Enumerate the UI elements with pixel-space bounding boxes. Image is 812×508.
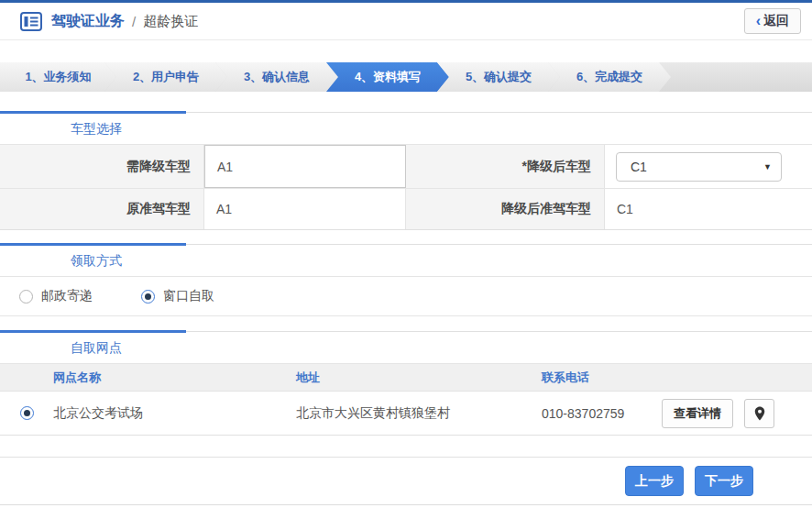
outlet-table-row: 北京公交考试场 北京市大兴区黄村镇狼堡村 010-83702759 查看详情 bbox=[0, 392, 812, 436]
radio-postal-delivery-label[interactable]: 邮政寄递 bbox=[41, 288, 93, 304]
outlet-address: 北京市大兴区黄村镇狼堡村 bbox=[289, 405, 534, 422]
page-bottom-divider bbox=[0, 504, 812, 505]
outlet-phone: 010-83702759 bbox=[534, 406, 649, 421]
section-title-vehicle-type: 车型选择 bbox=[0, 113, 812, 145]
page-title: 驾驶证业务 bbox=[51, 12, 125, 31]
back-button[interactable]: ‹ 返回 bbox=[744, 8, 801, 34]
column-header-phone: 联系电话 bbox=[534, 370, 649, 386]
section-pickup-method: 领取方式 邮政寄递 窗口自取 bbox=[0, 244, 812, 316]
after-downgrade-label: *降级后车型 bbox=[406, 145, 605, 188]
outlet-row-radio[interactable] bbox=[20, 406, 34, 420]
map-pin-icon bbox=[754, 406, 765, 421]
footer-nav: 上一步 下一步 bbox=[0, 457, 812, 504]
step-tab-4-active[interactable]: 4、资料填写 bbox=[326, 62, 449, 92]
column-header-name: 网点名称 bbox=[46, 370, 289, 386]
section-title-pickup-method: 领取方式 bbox=[0, 245, 812, 277]
back-button-label: 返回 bbox=[763, 13, 789, 29]
view-details-button[interactable]: 查看详情 bbox=[662, 399, 733, 428]
map-pin-button[interactable] bbox=[744, 399, 774, 428]
original-permit-label: 原准驾车型 bbox=[0, 189, 204, 229]
step-tab-3[interactable]: 3、确认信息 bbox=[215, 62, 338, 92]
original-permit-value: A1 bbox=[204, 189, 406, 229]
step-tab-6[interactable]: 6、完成提交 bbox=[548, 62, 671, 92]
vehicle-form-row-1: 需降级车型 A1 *降级后车型 C1 ▼ bbox=[0, 145, 812, 188]
section-pickup-outlets: 自取网点 网点名称 地址 联系电话 北京公交考试场 北京市大兴区黄村镇狼堡村 0… bbox=[0, 331, 812, 436]
previous-step-button[interactable]: 上一步 bbox=[625, 466, 684, 496]
next-step-button[interactable]: 下一步 bbox=[695, 466, 753, 496]
breadcrumb-current: 超龄换证 bbox=[143, 13, 198, 30]
need-downgrade-label: 需降级车型 bbox=[0, 145, 204, 188]
page-header: 驾驶证业务 / 超龄换证 ‹ 返回 bbox=[0, 3, 812, 40]
step-tab-1[interactable]: 1、业务须知 bbox=[0, 62, 116, 92]
radio-window-pickup[interactable] bbox=[141, 290, 155, 304]
outlet-name: 北京公交考试场 bbox=[46, 405, 289, 422]
vehicle-form-row-2: 原准驾车型 A1 降级后准驾车型 C1 bbox=[0, 188, 812, 230]
wizard-steps-bar: 1、业务须知 2、用户申告 3、确认信息 4、资料填写 5、确认提交 6、完成提… bbox=[0, 62, 812, 92]
radio-window-pickup-label[interactable]: 窗口自取 bbox=[163, 288, 214, 304]
need-downgrade-input[interactable]: A1 bbox=[204, 145, 406, 188]
section-title-pickup-outlets: 自取网点 bbox=[0, 332, 812, 364]
after-permit-label: 降级后准驾车型 bbox=[406, 189, 605, 229]
after-downgrade-selected-value: C1 bbox=[631, 160, 647, 174]
pickup-options-row: 邮政寄递 窗口自取 bbox=[0, 277, 812, 316]
page-container: 驾驶证业务 / 超龄换证 ‹ 返回 1、业务须知 2、用户申告 3、确认信息 4… bbox=[0, 0, 812, 508]
breadcrumb-separator: / bbox=[132, 14, 136, 29]
after-downgrade-select[interactable]: C1 ▼ bbox=[616, 152, 782, 182]
section-vehicle-type: 车型选择 需降级车型 A1 *降级后车型 C1 ▼ 原准驾车型 A1 降级后准驾… bbox=[0, 112, 812, 230]
column-header-address: 地址 bbox=[289, 370, 534, 386]
after-permit-value: C1 bbox=[605, 189, 812, 229]
radio-postal-delivery[interactable] bbox=[19, 290, 33, 304]
step-tab-2[interactable]: 2、用户申告 bbox=[104, 62, 227, 92]
license-card-icon bbox=[20, 12, 42, 31]
back-chevron-icon: ‹ bbox=[756, 14, 761, 28]
step-tab-5[interactable]: 5、确认提交 bbox=[437, 62, 560, 92]
chevron-down-icon: ▼ bbox=[763, 162, 772, 171]
outlets-table-header: 网点名称 地址 联系电话 bbox=[0, 364, 812, 392]
